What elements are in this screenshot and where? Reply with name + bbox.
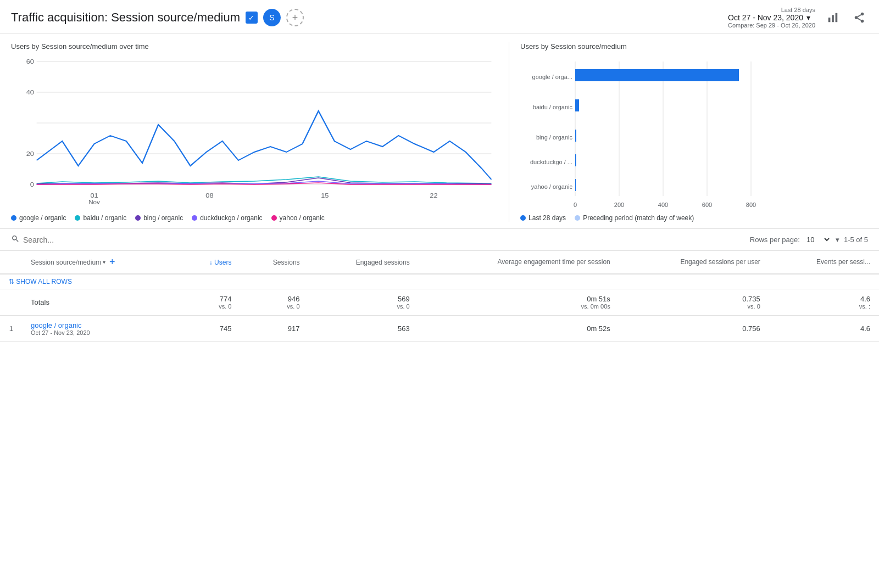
search-icon xyxy=(11,234,20,245)
share-button[interactable] xyxy=(850,9,868,26)
expand-icon: ⇅ xyxy=(9,278,14,285)
svg-rect-39 xyxy=(575,130,576,142)
col-header-engaged-per-user[interactable]: Engaged sessions per user xyxy=(619,251,769,274)
chart-type-button[interactable] xyxy=(824,9,842,26)
totals-label: Totals xyxy=(22,289,179,316)
bar-chart-legend: Last 28 days Preceding period (match day… xyxy=(520,214,868,222)
svg-text:bing / organic: bing / organic xyxy=(536,134,573,141)
svg-text:yahoo / organic: yahoo / organic xyxy=(531,183,573,190)
search-box xyxy=(11,234,133,245)
totals-sessions: 946 vs. 0 xyxy=(240,289,308,316)
svg-line-6 xyxy=(858,18,861,20)
col-sessions-label: Sessions xyxy=(273,259,300,266)
svg-text:200: 200 xyxy=(614,201,624,208)
show-all-rows-label: SHOW ALL ROWS xyxy=(16,278,72,285)
date-range-picker[interactable]: Oct 27 - Nov 23, 2020 ▾ xyxy=(728,13,815,22)
svg-rect-40 xyxy=(575,154,576,166)
legend-item-duckduckgo: duckduckgo / organic xyxy=(192,214,262,222)
svg-rect-37 xyxy=(575,69,739,81)
col-engaged-per-user-label: Engaged sessions per user xyxy=(680,258,760,267)
line-chart-svg: 60 40 20 0 01 Nov 08 15 22 xyxy=(11,56,498,210)
date-range-section: Last 28 days Oct 27 - Nov 23, 2020 ▾ Com… xyxy=(728,7,815,29)
col-header-sessions[interactable]: Sessions xyxy=(240,251,308,274)
title-verified-icon: ✓ xyxy=(246,12,258,24)
date-range-label: Last 28 days xyxy=(728,7,815,13)
svg-point-3 xyxy=(861,13,864,16)
table-row: 1 google / organic Oct 27 - Nov 23, 2020… xyxy=(0,316,879,342)
col-header-row-num xyxy=(0,251,22,274)
svg-rect-1 xyxy=(832,15,834,22)
row-1-events-per-session: 4.6 xyxy=(769,316,879,342)
avatar[interactable]: S xyxy=(263,9,281,26)
svg-point-4 xyxy=(855,16,858,19)
legend-label-preceding: Preceding period (match day of week) xyxy=(583,214,694,222)
line-chart-section: Users by Session source/medium over time… xyxy=(11,42,498,222)
col-dimension-sort-icon: ▾ xyxy=(103,259,105,265)
svg-text:800: 800 xyxy=(746,201,756,208)
chevron-down-icon: ▾ xyxy=(836,236,839,244)
rows-per-page-label: Rows per page: xyxy=(750,236,800,244)
col-header-dimension[interactable]: Session source/medium ▾ + xyxy=(22,251,179,274)
svg-rect-0 xyxy=(828,18,831,22)
row-1-num: 1 xyxy=(0,316,22,342)
col-engaged-sessions-label: Engaged sessions xyxy=(356,259,410,266)
add-comparison-button[interactable]: + xyxy=(286,9,304,26)
rows-per-page-section: Rows per page: 10 25 50 ▾ 1-5 of 5 xyxy=(750,235,868,244)
legend-item-google: google / organic xyxy=(11,214,66,222)
totals-row-num xyxy=(0,289,22,316)
totals-events-per-session: 4.6 vs. : xyxy=(769,289,879,316)
legend-dot-google xyxy=(11,215,16,221)
charts-section: Users by Session source/medium over time… xyxy=(0,33,879,229)
col-dimension-label: Session source/medium xyxy=(31,259,101,266)
rows-per-page-select[interactable]: 10 25 50 xyxy=(804,235,831,244)
svg-rect-41 xyxy=(575,179,576,191)
svg-text:Nov: Nov xyxy=(88,199,100,205)
svg-line-7 xyxy=(858,15,861,17)
row-1-users: 745 xyxy=(179,316,241,342)
row-1-engaged-sessions: 563 xyxy=(309,316,419,342)
bar-chart-title: Users by Session source/medium xyxy=(520,42,868,51)
svg-text:08: 08 xyxy=(205,192,214,199)
legend-item-last28: Last 28 days xyxy=(520,214,566,222)
svg-text:60: 60 xyxy=(26,58,35,65)
svg-text:15: 15 xyxy=(321,192,329,199)
col-header-users[interactable]: ↓ Users xyxy=(179,251,241,274)
show-all-rows-row[interactable]: ⇅ SHOW ALL ROWS xyxy=(0,274,879,289)
search-input[interactable] xyxy=(23,236,133,244)
svg-rect-38 xyxy=(575,99,579,111)
legend-label-bing: bing / organic xyxy=(143,214,183,222)
legend-label-last28: Last 28 days xyxy=(528,214,566,222)
table-header-row: Session source/medium ▾ + ↓ Users Sessio… xyxy=(0,251,879,274)
legend-label-duckduckgo: duckduckgo / organic xyxy=(200,214,262,222)
row-1-dimension: google / organic Oct 27 - Nov 23, 2020 xyxy=(22,316,179,342)
line-chart-area: 60 40 20 0 01 Nov 08 15 22 xyxy=(11,56,498,210)
line-chart-legend: google / organic baidu / organic bing / … xyxy=(11,214,498,222)
table-section: Rows per page: 10 25 50 ▾ 1-5 of 5 Sessi… xyxy=(0,229,879,342)
svg-text:600: 600 xyxy=(702,201,712,208)
totals-row: Totals 774 vs. 0 946 vs. 0 569 xyxy=(0,289,879,316)
col-header-engaged-sessions[interactable]: Engaged sessions xyxy=(309,251,419,274)
legend-dot-preceding xyxy=(575,215,580,221)
totals-users: 774 vs. 0 xyxy=(179,289,241,316)
svg-text:0: 0 xyxy=(574,201,577,208)
legend-dot-baidu xyxy=(75,215,80,221)
legend-label-yahoo: yahoo / organic xyxy=(280,214,325,222)
legend-dot-last28 xyxy=(520,215,526,221)
row-1-avg-engagement: 0m 52s xyxy=(419,316,619,342)
col-users-label: ↓ Users xyxy=(209,259,232,266)
svg-text:google / orga...: google / orga... xyxy=(532,74,572,80)
legend-dot-yahoo xyxy=(271,215,277,221)
col-header-avg-engagement[interactable]: Average engagement time per session xyxy=(419,251,619,274)
svg-text:0: 0 xyxy=(30,181,35,188)
legend-item-baidu: baidu / organic xyxy=(75,214,126,222)
totals-avg-engagement: 0m 51s vs. 0m 00s xyxy=(419,289,619,316)
legend-dot-bing xyxy=(135,215,141,221)
svg-text:duckduckgo / ...: duckduckgo / ... xyxy=(530,159,572,165)
col-events-per-session-label: Events per sessi... xyxy=(816,258,870,267)
table-toolbar: Rows per page: 10 25 50 ▾ 1-5 of 5 xyxy=(0,229,879,251)
legend-item-yahoo: yahoo / organic xyxy=(271,214,325,222)
page-header: Traffic acquisition: Session source/medi… xyxy=(0,0,879,33)
col-header-events-per-session[interactable]: Events per sessi... xyxy=(769,251,879,274)
svg-text:01: 01 xyxy=(90,192,98,199)
add-dimension-button[interactable]: + xyxy=(109,256,115,268)
